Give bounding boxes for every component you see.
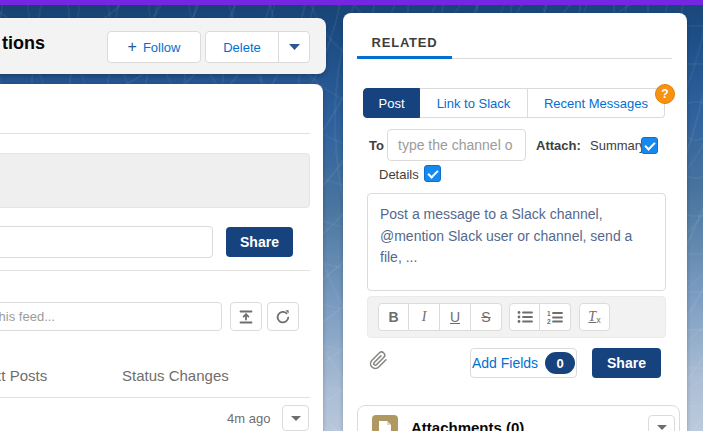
- clear-formatting-button[interactable]: Tx: [579, 303, 610, 331]
- summary-checkbox[interactable]: [641, 137, 658, 154]
- follow-button[interactable]: + Follow: [107, 31, 201, 63]
- to-label: To: [369, 138, 384, 153]
- italic-button[interactable]: I: [409, 303, 440, 331]
- add-fields-button[interactable]: Add Fields 0: [470, 348, 577, 378]
- feed-item-timestamp: 4m ago: [227, 411, 270, 426]
- chevron-down-icon: [291, 416, 301, 421]
- chevron-down-icon: [657, 425, 667, 430]
- attach-label: Attach:: [536, 138, 581, 153]
- clear-formatting-x: x: [596, 315, 601, 325]
- attachments-title: Attachments (0): [411, 419, 524, 431]
- svg-text:2: 2: [547, 318, 551, 325]
- chevron-down-icon: [289, 44, 300, 50]
- feed-search-input[interactable]: [0, 302, 222, 331]
- plus-icon: +: [128, 39, 137, 55]
- numbered-list-button[interactable]: 12: [540, 303, 571, 331]
- delete-label: Delete: [206, 40, 278, 55]
- help-icon[interactable]: ?: [655, 84, 675, 104]
- brand-top-bar: [0, 0, 703, 5]
- refresh-icon: [275, 309, 291, 325]
- tab-link-to-slack[interactable]: Link to Slack: [420, 88, 528, 118]
- attachments-menu-button[interactable]: [648, 415, 675, 431]
- summary-label: Summary: [590, 138, 646, 153]
- underline-button[interactable]: U: [440, 303, 471, 331]
- divider: [0, 270, 310, 271]
- add-fields-count-badge: 0: [545, 352, 575, 374]
- bullet-list-button[interactable]: [509, 303, 540, 331]
- record-header-card: tions + Follow Delete: [0, 18, 326, 74]
- details-label: Details: [379, 167, 419, 182]
- attach-file-button[interactable]: [369, 351, 388, 370]
- refresh-feed-button[interactable]: [267, 302, 299, 331]
- strikethrough-button[interactable]: S: [471, 303, 502, 331]
- attachments-card: Attachments (0): [357, 405, 680, 431]
- clear-formatting-t: T: [588, 309, 596, 325]
- tab-post[interactable]: Post: [363, 88, 420, 118]
- feed-share-button[interactable]: Share: [226, 227, 293, 257]
- svg-text:1: 1: [547, 310, 551, 317]
- feed-item-menu-button[interactable]: [282, 405, 309, 431]
- divider: [0, 397, 310, 398]
- collapse-icon: [238, 309, 254, 325]
- add-fields-label: Add Fields: [472, 355, 538, 371]
- tab-recent-messages[interactable]: Recent Messages: [528, 88, 665, 118]
- channel-input[interactable]: [387, 129, 526, 161]
- bold-button[interactable]: B: [378, 303, 409, 331]
- slack-tabs: Post Link to Slack Recent Messages: [363, 88, 665, 118]
- related-panel: RELATED Post Link to Slack Recent Messag…: [343, 13, 687, 431]
- publisher-collapsed-box[interactable]: [0, 153, 310, 208]
- post-update-input[interactable]: [0, 226, 213, 258]
- record-title: tions: [2, 33, 45, 54]
- message-textarea[interactable]: [367, 193, 666, 291]
- attachment-icon: [372, 415, 398, 431]
- divider: [0, 133, 310, 134]
- feed-filter-text-posts[interactable]: Text Posts: [0, 367, 47, 384]
- bullet-list-icon: [517, 310, 533, 324]
- related-tab-strip: RELATED: [357, 28, 672, 59]
- collapse-feed-button[interactable]: [230, 302, 262, 331]
- feed-card: Share Text Posts Status Changes 4m ago: [0, 84, 323, 431]
- delete-dropdown-button[interactable]: [278, 32, 309, 62]
- feed-filter-status-changes[interactable]: Status Changes: [122, 367, 229, 384]
- follow-label: Follow: [143, 40, 181, 55]
- file-icon: [378, 420, 392, 431]
- numbered-list-icon: 12: [547, 310, 563, 324]
- formatting-toolbar: B I U S 12 Tx: [367, 296, 666, 338]
- slack-share-button[interactable]: Share: [592, 348, 661, 378]
- delete-button[interactable]: Delete: [205, 31, 310, 63]
- tab-related[interactable]: RELATED: [357, 28, 452, 59]
- paperclip-icon: [369, 351, 388, 370]
- details-checkbox[interactable]: [424, 165, 441, 182]
